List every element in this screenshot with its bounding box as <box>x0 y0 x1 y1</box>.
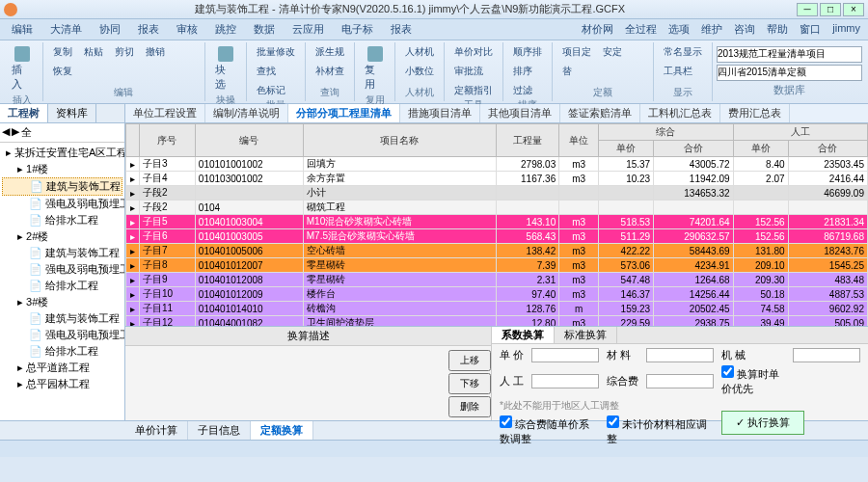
find-button[interactable]: 查找 <box>253 64 299 79</box>
menu-item[interactable]: 审核 <box>169 20 205 39</box>
move-up-button[interactable]: 上移 <box>448 350 491 371</box>
menu-link[interactable]: 维护 <box>697 20 726 39</box>
col-dw[interactable]: 单位 <box>559 124 599 157</box>
proj-quota-button[interactable]: 项目定 <box>558 44 595 60</box>
tree-prev-button[interactable]: ◀ <box>2 125 10 140</box>
replace-button[interactable]: 替 <box>558 64 576 79</box>
delete-button[interactable]: 删除 <box>448 396 491 417</box>
main-tab[interactable]: 措施项目清单 <box>400 104 480 122</box>
tab-quota-conv[interactable]: 定额换算 <box>251 421 313 440</box>
redo-button[interactable]: 恢复 <box>49 64 76 79</box>
minimize-button[interactable]: ─ <box>797 3 818 16</box>
maximize-button[interactable]: □ <box>820 3 841 16</box>
block-select-button[interactable]: 块选 <box>211 44 240 94</box>
derive-button[interactable]: 派生规 <box>312 44 348 60</box>
compare-button[interactable]: 单价对比 <box>450 44 497 60</box>
table-row[interactable]: ▸子目3010101001002回填方2798.03m315.3743005.7… <box>126 157 868 172</box>
approve-button[interactable]: 审批流 <box>450 64 497 79</box>
main-tab[interactable]: 分部分项工程里清单 <box>288 104 400 122</box>
menu-item[interactable]: 报表 <box>383 20 420 39</box>
menu-link[interactable]: 咨询 <box>730 20 759 39</box>
check-price-first[interactable]: 换算时单价优先 <box>721 365 785 396</box>
decimal-button[interactable]: 小数位 <box>401 64 438 79</box>
tab-price-calc[interactable]: 单价计算 <box>125 421 188 440</box>
tab-resource-lib[interactable]: 资料库 <box>48 104 96 122</box>
main-tab[interactable]: 工料机汇总表 <box>640 104 720 122</box>
tree-next-button[interactable]: ▶ <box>12 125 19 140</box>
tree-node[interactable]: ▸ 3#楼 <box>2 294 122 310</box>
compfee-input[interactable] <box>646 374 714 388</box>
table-row[interactable]: ▸子目5010401003004M10混合砂浆砌实心砖墙143.10m3518.… <box>126 215 868 229</box>
tree-node[interactable]: 📄 强电及弱电预埋工程 <box>2 196 122 212</box>
reuse-button[interactable]: 复用 <box>361 44 390 94</box>
tree-node[interactable]: 📄 强电及弱电预埋工程 <box>2 261 122 278</box>
tree-node[interactable]: ▸ 总平园林工程 <box>2 376 122 392</box>
menu-item[interactable]: 电子标 <box>334 20 381 39</box>
guide-button[interactable]: 定额指引 <box>450 83 497 98</box>
main-tab[interactable]: 费用汇总表 <box>720 104 790 122</box>
tree-node[interactable]: 📄 建筑与装饰工程 <box>2 245 122 261</box>
menu-item[interactable]: 报表 <box>130 20 167 39</box>
safe-quota-button[interactable]: 安定 <box>599 44 626 60</box>
tab-coef-conv[interactable]: 系数换算 <box>492 327 555 343</box>
price-input[interactable] <box>531 348 599 362</box>
tree-all-button[interactable]: 全 <box>21 125 32 140</box>
menu-link[interactable]: 材价网 <box>578 20 617 39</box>
rcj-button[interactable]: 人材机 <box>401 44 438 60</box>
tree-node[interactable]: 📄 建筑与装饰工程 <box>2 310 122 327</box>
menu-item[interactable]: 跳控 <box>207 20 244 39</box>
menu-user[interactable]: jimmy <box>828 20 864 39</box>
menu-item[interactable]: 数据 <box>246 20 283 39</box>
quota-select[interactable]: 四川省2015清单定额 <box>717 65 862 81</box>
menu-item[interactable]: 编辑 <box>4 20 41 39</box>
machine-input[interactable] <box>793 348 860 362</box>
col-bh[interactable]: 编号 <box>195 124 303 157</box>
order-button[interactable]: 排序 <box>509 64 546 79</box>
lookup-button[interactable]: 补材查 <box>312 64 348 79</box>
main-tab[interactable]: 单位工程设置 <box>125 104 205 122</box>
tree-node[interactable]: 📄 给排水工程 <box>2 343 122 360</box>
template-select[interactable]: 2013规范工程量清单项目 <box>717 46 862 63</box>
menu-link[interactable]: 窗口 <box>796 20 825 39</box>
cut-button[interactable]: 剪切 <box>111 44 138 60</box>
menu-item[interactable]: 云应用 <box>285 20 332 39</box>
filter-button[interactable]: 过滤 <box>509 83 546 98</box>
tree-node[interactable]: 📄 给排水工程 <box>2 278 122 294</box>
table-row[interactable]: ▸子目8010401012007零星砌砖7.39m3573.064234.912… <box>126 258 868 273</box>
main-tab[interactable]: 编制/清单说明 <box>205 104 288 122</box>
col-rg[interactable]: 人工 <box>733 124 867 141</box>
menu-item[interactable]: 大清单 <box>42 20 90 39</box>
check-unpriced-adj[interactable]: 未计价材料相应调整 <box>607 415 714 446</box>
table-row[interactable]: ▸子目4010103001002余方弃置1167.36m310.2311942.… <box>126 172 868 186</box>
insert-button[interactable]: 插入 <box>8 44 37 94</box>
table-row[interactable]: ▸子段20104砌筑工程 <box>126 201 868 215</box>
execute-conv-button[interactable]: ✓ 执行换算 <box>721 411 804 435</box>
table-row[interactable]: ▸子目12010404001082卫生间护渣垫层12.80m3229.59293… <box>126 316 868 327</box>
tab-project-tree[interactable]: 工程树 <box>0 104 48 122</box>
table-row[interactable]: ▸子目10010401012009楼作台97.40m3146.3714256.4… <box>126 287 868 302</box>
labor-input[interactable] <box>531 374 599 388</box>
menu-item[interactable]: 协同 <box>92 20 128 39</box>
check-compfee-adj[interactable]: 综合费随单价系数调整 <box>500 415 599 446</box>
col-xh[interactable]: 序号 <box>140 124 196 157</box>
menu-link[interactable]: 全过程 <box>621 20 661 39</box>
col-zh[interactable]: 综合 <box>599 124 733 141</box>
color-mark-button[interactable]: 色标记 <box>253 83 299 98</box>
undo-button[interactable]: 撤销 <box>142 44 169 60</box>
tree-node[interactable]: 📄 给排水工程 <box>2 212 122 228</box>
paste-button[interactable]: 粘贴 <box>80 44 107 60</box>
table-row[interactable]: ▸子段2小计134653.3246699.09 <box>126 186 868 201</box>
tree-node[interactable]: 📄 强电及弱电预埋工程 <box>2 327 122 343</box>
table-row[interactable]: ▸子目6010401003005M7.5混合砂浆砌实心砖墙568.43m3511… <box>126 229 868 244</box>
display-name-button[interactable]: 常名显示 <box>660 44 706 60</box>
col-xm[interactable]: 项目名称 <box>303 124 496 157</box>
table-row[interactable]: ▸子目9010401012008零星砌砖2.31m3547.481264.682… <box>126 273 868 287</box>
sort-button[interactable]: 顺序排 <box>509 44 546 60</box>
menu-link[interactable]: 选项 <box>665 20 693 39</box>
copy-button[interactable]: 复制 <box>49 44 76 60</box>
move-down-button[interactable]: 下移 <box>448 373 491 394</box>
col-gcl[interactable]: 工程量 <box>496 124 558 157</box>
tree-node[interactable]: ▸ 1#楼 <box>2 161 122 177</box>
table-row[interactable]: ▸子目7010401005006空心砖墙138.42m3422.2258443.… <box>126 244 868 258</box>
toolbar-button[interactable]: 工具栏 <box>660 64 706 79</box>
